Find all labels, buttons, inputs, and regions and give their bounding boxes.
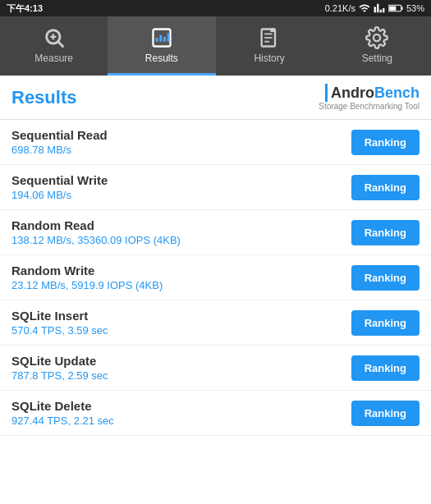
result-item: SQLite Delete 927.44 TPS, 2.21 sec Ranki… [0,391,431,436]
result-info: Sequential Read 698.78 MB/s [11,128,108,156]
results-icon [150,26,173,49]
svg-rect-1 [401,7,403,10]
ranking-button[interactable]: Ranking [351,355,420,381]
result-info: Random Read 138.12 MB/s, 35360.09 IOPS (… [11,218,181,246]
brand-bar: AndroBench [325,84,420,102]
result-name: SQLite Insert [11,309,108,323]
results-list: Sequential Read 698.78 MB/s Ranking Sequ… [0,120,431,504]
ranking-button[interactable]: Ranking [351,265,420,291]
result-value: 927.44 TPS, 2.21 sec [11,415,114,427]
status-right: 0.21K/s 53% [325,2,424,14]
result-name: Random Read [11,218,181,232]
setting-icon [365,26,388,49]
ranking-button[interactable]: Ranking [351,175,420,200]
result-item: SQLite Update 787.8 TPS, 2.59 sec Rankin… [0,346,431,391]
nav-tabs: Measure Results History Setting [0,16,431,76]
result-item: SQLite Insert 570.4 TPS, 3.59 sec Rankin… [0,300,431,346]
result-name: Sequential Write [11,173,108,187]
tab-setting[interactable]: Setting [323,16,431,76]
battery-pct: 53% [406,3,424,13]
ranking-button[interactable]: Ranking [351,220,420,245]
ranking-button[interactable]: Ranking [351,130,420,155]
result-info: SQLite Update 787.8 TPS, 2.59 sec [11,354,108,382]
brand-logo: AndroBench Storage Benchmarking Tool [319,84,420,111]
status-bar: 下午4:13 0.21K/s 53% [0,0,431,16]
measure-icon [43,26,66,49]
tab-measure[interactable]: Measure [0,16,108,76]
result-item: Random Write 23.12 MB/s, 5919.9 IOPS (4K… [0,255,431,300]
svg-rect-16 [270,28,275,32]
page-title: Results [11,87,76,108]
result-info: SQLite Insert 570.4 TPS, 3.59 sec [11,309,108,337]
history-icon [258,26,281,49]
brand-andro: Andro [331,85,374,101]
ranking-button[interactable]: Ranking [351,310,420,336]
result-value: 570.4 TPS, 3.59 sec [11,324,108,337]
result-name: SQLite Update [11,354,108,368]
result-name: Sequential Read [11,128,108,142]
svg-line-4 [58,42,62,46]
result-info: Random Write 23.12 MB/s, 5919.9 IOPS (4K… [11,263,163,291]
result-value: 194.06 MB/s [11,189,108,201]
result-name: SQLite Delete [11,399,114,413]
result-info: SQLite Delete 927.44 TPS, 2.21 sec [11,399,114,427]
network-speed: 0.21K/s [325,3,355,13]
result-value: 698.78 MB/s [11,144,108,156]
signal-icon [374,2,385,14]
result-value: 23.12 MB/s, 5919.9 IOPS (4KB) [11,279,163,291]
page-header: Results AndroBench Storage Benchmarking … [0,76,431,120]
status-time: 下午4:13 [7,2,43,15]
result-value: 787.8 TPS, 2.59 sec [11,369,108,382]
result-name: Random Write [11,263,163,277]
svg-point-17 [374,34,380,40]
result-info: Sequential Write 194.06 MB/s [11,173,108,201]
brand-name: AndroBench [331,85,420,102]
result-item: Sequential Read 698.78 MB/s Ranking [0,120,431,165]
result-item: Sequential Write 194.06 MB/s Ranking [0,165,431,210]
result-item: Random Read 138.12 MB/s, 35360.09 IOPS (… [0,210,431,255]
tab-history[interactable]: History [216,16,323,76]
brand-bar-accent [325,84,328,102]
wifi-icon [359,2,370,14]
tab-measure-label: Measure [34,53,73,64]
tab-results-label: Results [145,53,178,64]
ranking-button[interactable]: Ranking [351,401,420,426]
brand-tagline: Storage Benchmarking Tool [319,102,420,111]
tab-results[interactable]: Results [108,16,215,76]
tab-setting-label: Setting [362,53,392,64]
result-value: 138.12 MB/s, 35360.09 IOPS (4KB) [11,234,181,246]
brand-bench: Bench [374,85,420,101]
svg-rect-2 [389,6,396,10]
tab-history-label: History [254,53,284,64]
battery-icon [388,2,403,14]
